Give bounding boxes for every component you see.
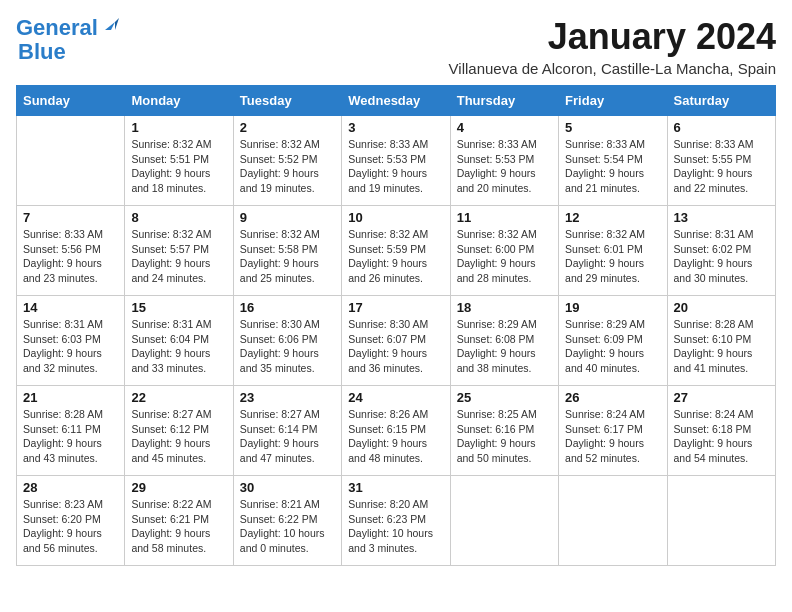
day-number: 21 — [23, 390, 118, 405]
day-number: 25 — [457, 390, 552, 405]
day-number: 17 — [348, 300, 443, 315]
calendar-cell: 13Sunrise: 8:31 AMSunset: 6:02 PMDayligh… — [667, 206, 775, 296]
day-number: 9 — [240, 210, 335, 225]
calendar-cell — [667, 476, 775, 566]
weekday-header-sunday: Sunday — [17, 86, 125, 116]
calendar-cell: 8Sunrise: 8:32 AMSunset: 5:57 PMDaylight… — [125, 206, 233, 296]
calendar-cell: 23Sunrise: 8:27 AMSunset: 6:14 PMDayligh… — [233, 386, 341, 476]
day-detail: Sunrise: 8:32 AMSunset: 5:52 PMDaylight:… — [240, 137, 335, 196]
calendar-cell: 10Sunrise: 8:32 AMSunset: 5:59 PMDayligh… — [342, 206, 450, 296]
day-number: 1 — [131, 120, 226, 135]
day-number: 14 — [23, 300, 118, 315]
day-detail: Sunrise: 8:32 AMSunset: 5:57 PMDaylight:… — [131, 227, 226, 286]
day-number: 18 — [457, 300, 552, 315]
weekday-header-friday: Friday — [559, 86, 667, 116]
day-detail: Sunrise: 8:31 AMSunset: 6:02 PMDaylight:… — [674, 227, 769, 286]
day-detail: Sunrise: 8:26 AMSunset: 6:15 PMDaylight:… — [348, 407, 443, 466]
day-number: 19 — [565, 300, 660, 315]
day-detail: Sunrise: 8:24 AMSunset: 6:17 PMDaylight:… — [565, 407, 660, 466]
logo-general: General — [16, 16, 98, 40]
day-number: 22 — [131, 390, 226, 405]
calendar-cell: 20Sunrise: 8:28 AMSunset: 6:10 PMDayligh… — [667, 296, 775, 386]
calendar-cell: 2Sunrise: 8:32 AMSunset: 5:52 PMDaylight… — [233, 116, 341, 206]
calendar-week-row: 21Sunrise: 8:28 AMSunset: 6:11 PMDayligh… — [17, 386, 776, 476]
day-number: 10 — [348, 210, 443, 225]
day-number: 20 — [674, 300, 769, 315]
day-detail: Sunrise: 8:32 AMSunset: 5:51 PMDaylight:… — [131, 137, 226, 196]
day-detail: Sunrise: 8:32 AMSunset: 5:58 PMDaylight:… — [240, 227, 335, 286]
day-detail: Sunrise: 8:33 AMSunset: 5:55 PMDaylight:… — [674, 137, 769, 196]
day-detail: Sunrise: 8:23 AMSunset: 6:20 PMDaylight:… — [23, 497, 118, 556]
calendar-cell: 7Sunrise: 8:33 AMSunset: 5:56 PMDaylight… — [17, 206, 125, 296]
calendar-cell — [559, 476, 667, 566]
day-number: 27 — [674, 390, 769, 405]
day-detail: Sunrise: 8:24 AMSunset: 6:18 PMDaylight:… — [674, 407, 769, 466]
calendar-cell: 14Sunrise: 8:31 AMSunset: 6:03 PMDayligh… — [17, 296, 125, 386]
day-detail: Sunrise: 8:32 AMSunset: 5:59 PMDaylight:… — [348, 227, 443, 286]
calendar-week-row: 7Sunrise: 8:33 AMSunset: 5:56 PMDaylight… — [17, 206, 776, 296]
calendar-cell: 5Sunrise: 8:33 AMSunset: 5:54 PMDaylight… — [559, 116, 667, 206]
day-number: 29 — [131, 480, 226, 495]
svg-marker-0 — [105, 22, 115, 30]
calendar-cell: 31Sunrise: 8:20 AMSunset: 6:23 PMDayligh… — [342, 476, 450, 566]
weekday-header-tuesday: Tuesday — [233, 86, 341, 116]
day-detail: Sunrise: 8:31 AMSunset: 6:04 PMDaylight:… — [131, 317, 226, 376]
day-detail: Sunrise: 8:30 AMSunset: 6:06 PMDaylight:… — [240, 317, 335, 376]
weekday-header-thursday: Thursday — [450, 86, 558, 116]
calendar-cell: 9Sunrise: 8:32 AMSunset: 5:58 PMDaylight… — [233, 206, 341, 296]
day-detail: Sunrise: 8:25 AMSunset: 6:16 PMDaylight:… — [457, 407, 552, 466]
day-number: 2 — [240, 120, 335, 135]
day-number: 24 — [348, 390, 443, 405]
day-number: 7 — [23, 210, 118, 225]
calendar-cell: 25Sunrise: 8:25 AMSunset: 6:16 PMDayligh… — [450, 386, 558, 476]
day-number: 8 — [131, 210, 226, 225]
logo: General Blue — [16, 16, 119, 64]
day-detail: Sunrise: 8:28 AMSunset: 6:11 PMDaylight:… — [23, 407, 118, 466]
page-header: General Blue January 2024 Villanueva de … — [16, 16, 776, 77]
svg-marker-1 — [115, 18, 119, 30]
day-number: 13 — [674, 210, 769, 225]
weekday-header-monday: Monday — [125, 86, 233, 116]
day-number: 26 — [565, 390, 660, 405]
weekday-header-wednesday: Wednesday — [342, 86, 450, 116]
day-detail: Sunrise: 8:31 AMSunset: 6:03 PMDaylight:… — [23, 317, 118, 376]
day-detail: Sunrise: 8:22 AMSunset: 6:21 PMDaylight:… — [131, 497, 226, 556]
calendar-cell: 17Sunrise: 8:30 AMSunset: 6:07 PMDayligh… — [342, 296, 450, 386]
day-detail: Sunrise: 8:32 AMSunset: 6:00 PMDaylight:… — [457, 227, 552, 286]
day-detail: Sunrise: 8:21 AMSunset: 6:22 PMDaylight:… — [240, 497, 335, 556]
day-number: 6 — [674, 120, 769, 135]
day-detail: Sunrise: 8:33 AMSunset: 5:56 PMDaylight:… — [23, 227, 118, 286]
day-detail: Sunrise: 8:29 AMSunset: 6:09 PMDaylight:… — [565, 317, 660, 376]
day-number: 15 — [131, 300, 226, 315]
logo-blue: Blue — [18, 39, 66, 64]
day-detail: Sunrise: 8:33 AMSunset: 5:54 PMDaylight:… — [565, 137, 660, 196]
calendar-week-row: 1Sunrise: 8:32 AMSunset: 5:51 PMDaylight… — [17, 116, 776, 206]
day-detail: Sunrise: 8:29 AMSunset: 6:08 PMDaylight:… — [457, 317, 552, 376]
calendar-cell: 3Sunrise: 8:33 AMSunset: 5:53 PMDaylight… — [342, 116, 450, 206]
calendar-cell: 12Sunrise: 8:32 AMSunset: 6:01 PMDayligh… — [559, 206, 667, 296]
calendar-cell: 16Sunrise: 8:30 AMSunset: 6:06 PMDayligh… — [233, 296, 341, 386]
calendar-cell: 26Sunrise: 8:24 AMSunset: 6:17 PMDayligh… — [559, 386, 667, 476]
calendar-cell: 30Sunrise: 8:21 AMSunset: 6:22 PMDayligh… — [233, 476, 341, 566]
day-number: 30 — [240, 480, 335, 495]
calendar-cell: 19Sunrise: 8:29 AMSunset: 6:09 PMDayligh… — [559, 296, 667, 386]
calendar-cell: 15Sunrise: 8:31 AMSunset: 6:04 PMDayligh… — [125, 296, 233, 386]
day-detail: Sunrise: 8:33 AMSunset: 5:53 PMDaylight:… — [348, 137, 443, 196]
calendar-cell: 27Sunrise: 8:24 AMSunset: 6:18 PMDayligh… — [667, 386, 775, 476]
calendar-cell: 28Sunrise: 8:23 AMSunset: 6:20 PMDayligh… — [17, 476, 125, 566]
day-detail: Sunrise: 8:20 AMSunset: 6:23 PMDaylight:… — [348, 497, 443, 556]
month-title: January 2024 — [449, 16, 776, 58]
day-detail: Sunrise: 8:32 AMSunset: 6:01 PMDaylight:… — [565, 227, 660, 286]
day-number: 31 — [348, 480, 443, 495]
title-block: January 2024 Villanueva de Alcoron, Cast… — [449, 16, 776, 77]
day-detail: Sunrise: 8:30 AMSunset: 6:07 PMDaylight:… — [348, 317, 443, 376]
day-number: 16 — [240, 300, 335, 315]
day-detail: Sunrise: 8:27 AMSunset: 6:14 PMDaylight:… — [240, 407, 335, 466]
calendar-cell: 1Sunrise: 8:32 AMSunset: 5:51 PMDaylight… — [125, 116, 233, 206]
calendar-cell: 18Sunrise: 8:29 AMSunset: 6:08 PMDayligh… — [450, 296, 558, 386]
calendar-cell: 11Sunrise: 8:32 AMSunset: 6:00 PMDayligh… — [450, 206, 558, 296]
day-number: 23 — [240, 390, 335, 405]
day-detail: Sunrise: 8:33 AMSunset: 5:53 PMDaylight:… — [457, 137, 552, 196]
calendar-week-row: 14Sunrise: 8:31 AMSunset: 6:03 PMDayligh… — [17, 296, 776, 386]
calendar-cell — [450, 476, 558, 566]
